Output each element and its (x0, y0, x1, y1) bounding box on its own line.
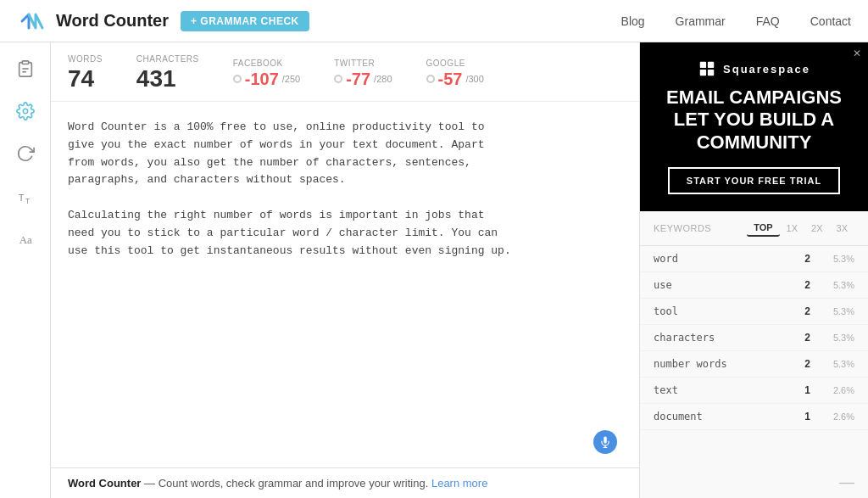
ad-headline: EMAIL CAMPAIGNSLET YOU BUILD ACOMMUNITY (666, 87, 842, 154)
right-footer: — (640, 467, 868, 498)
mic-button[interactable] (593, 430, 617, 454)
svg-rect-10 (708, 62, 714, 68)
keyword-word: document (654, 411, 804, 422)
keyword-word: tool (654, 305, 804, 317)
twitter-limit: /280 (374, 74, 392, 84)
keyword-count: 1 (804, 411, 810, 422)
keyword-count: 1 (804, 384, 810, 396)
text-editor[interactable]: Word Counter is a 100% free to use, onli… (51, 102, 639, 467)
sidebar-refresh-icon[interactable] (13, 141, 38, 166)
app-title: Word Counter (56, 11, 169, 31)
chars-value: 431 (136, 65, 199, 92)
svg-rect-12 (708, 70, 714, 76)
svg-text:Aa: Aa (19, 234, 31, 246)
footer: Word Counter — Count words, check gramma… (51, 467, 639, 498)
center-area: WORDS 74 CHARACTERS 431 FACEBOOK -107 /2… (51, 42, 639, 498)
keywords-header: KEYWORDS TOP 1X 2X 3X (640, 211, 868, 246)
facebook-label: FACEBOOK (233, 59, 300, 68)
keyword-row: characters 2 5.3% (640, 325, 868, 351)
svg-rect-0 (22, 61, 28, 64)
editor-wrap: Word Counter is a 100% free to use, onli… (51, 102, 639, 467)
facebook-circle-icon (233, 75, 242, 83)
keyword-word: characters (654, 332, 804, 344)
ad-close-icon[interactable]: ✕ (853, 48, 861, 59)
keyword-word: number words (654, 358, 804, 370)
sidebar-settings-icon[interactable] (13, 98, 38, 124)
svg-text:T: T (18, 193, 24, 203)
nav-faq[interactable]: FAQ (756, 14, 780, 28)
google-limit: /300 (465, 74, 483, 84)
keyword-pct: 5.3% (824, 306, 854, 316)
words-stat: WORDS 74 (68, 54, 103, 92)
keyword-word: text (654, 384, 804, 396)
header: Word Counter + GRAMMAR CHECK Blog Gramma… (0, 0, 868, 42)
keyword-row: number words 2 5.3% (640, 351, 868, 378)
keyword-row: document 1 2.6% (640, 404, 868, 430)
svg-point-3 (23, 109, 28, 114)
keywords-tab-1x[interactable]: 1X (780, 221, 804, 236)
nav-contact[interactable]: Contact (810, 14, 851, 28)
ad-logo: Squarespace (698, 59, 810, 78)
ad-area: ✕ Squarespace EMAIL CAMPAIGNSLET YOU BUI… (640, 42, 868, 211)
keyword-pct: 5.3% (824, 280, 854, 290)
words-value: 74 (68, 65, 103, 92)
keyword-row: word 2 5.3% (640, 246, 868, 272)
keyword-count: 2 (804, 279, 810, 291)
left-sidebar: T T Aa (0, 42, 51, 498)
nav-blog[interactable]: Blog (621, 14, 645, 28)
minimize-icon[interactable]: — (839, 473, 854, 491)
grammar-check-button[interactable]: + GRAMMAR CHECK (181, 11, 309, 31)
sidebar-font-icon[interactable]: Aa (13, 226, 38, 251)
keywords-list: word 2 5.3% use 2 5.3% tool 2 5.3% chara… (640, 246, 868, 467)
ad-logo-text: Squarespace (723, 63, 810, 76)
nav-grammar[interactable]: Grammar (676, 14, 726, 28)
keywords-tab-3x[interactable]: 3X (830, 221, 854, 236)
ad-cta-button[interactable]: START YOUR FREE TRIAL (668, 167, 840, 194)
keyword-row: tool 2 5.3% (640, 299, 868, 325)
keywords-section: KEYWORDS TOP 1X 2X 3X word 2 5.3% use 2 … (640, 211, 868, 467)
words-label: WORDS (68, 54, 103, 64)
chars-label: CHARACTERS (136, 54, 199, 64)
footer-title: Word Counter (68, 477, 141, 490)
footer-em-dash: — (144, 477, 155, 490)
facebook-value: -107 (245, 70, 279, 89)
keyword-pct: 2.6% (824, 411, 854, 422)
twitter-stat: TWITTER -77 /280 (334, 59, 392, 89)
svg-rect-9 (700, 62, 706, 68)
google-value: -57 (438, 70, 463, 89)
twitter-value: -77 (346, 70, 370, 89)
chars-stat: CHARACTERS 431 (136, 54, 199, 92)
keyword-word: use (654, 279, 804, 291)
svg-text:T: T (25, 198, 30, 205)
keyword-count: 2 (804, 305, 810, 317)
sidebar-font-size-icon[interactable]: T T (13, 183, 38, 209)
keywords-title: KEYWORDS (654, 223, 747, 233)
keyword-count: 2 (804, 358, 810, 370)
keyword-row: text 1 2.6% (640, 378, 868, 404)
logo-icon (17, 6, 47, 36)
right-panel: ✕ Squarespace EMAIL CAMPAIGNSLET YOU BUI… (639, 42, 868, 498)
keywords-tab-top[interactable]: TOP (747, 220, 779, 237)
twitter-circle-icon (334, 75, 342, 83)
main-layout: T T Aa WORDS 74 CHARACTERS 431 FACEBOOK (0, 42, 868, 498)
twitter-label: TWITTER (334, 59, 392, 68)
google-stat: GOOGLE -57 /300 (426, 59, 484, 89)
keyword-count: 2 (804, 332, 810, 344)
facebook-stat: FACEBOOK -107 /250 (233, 59, 300, 89)
keyword-pct: 2.6% (824, 385, 854, 395)
keyword-word: word (654, 253, 804, 265)
footer-desc: Count words, check grammar and improve y… (159, 477, 429, 490)
keyword-pct: 5.3% (824, 254, 854, 264)
google-circle-icon (426, 75, 435, 83)
keyword-pct: 5.3% (824, 359, 854, 369)
stats-bar: WORDS 74 CHARACTERS 431 FACEBOOK -107 /2… (51, 42, 639, 102)
keyword-row: use 2 5.3% (640, 272, 868, 299)
google-label: GOOGLE (426, 59, 484, 68)
svg-rect-11 (700, 70, 706, 76)
main-nav: Blog Grammar FAQ Contact (621, 14, 851, 28)
footer-learn-more[interactable]: Learn more (431, 477, 487, 490)
facebook-limit: /250 (282, 74, 300, 84)
sidebar-clipboard-icon[interactable] (13, 56, 38, 81)
keyword-pct: 5.3% (824, 333, 854, 343)
keywords-tab-2x[interactable]: 2X (804, 221, 829, 236)
